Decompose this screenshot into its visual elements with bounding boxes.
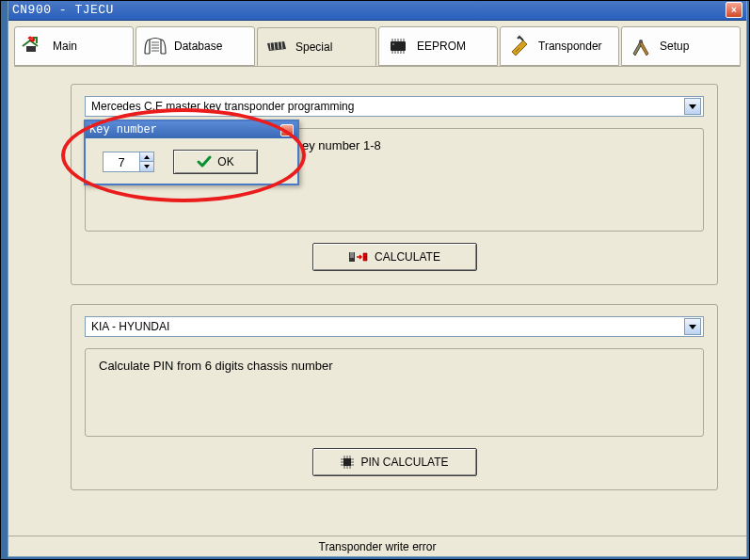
transponder-icon	[506, 35, 533, 57]
group-kia: KIA - HYUNDAI Calculate PIN from 6 digit…	[71, 304, 718, 490]
spinner-up-button[interactable]	[140, 152, 153, 162]
key-number-input[interactable]	[104, 152, 139, 171]
svg-rect-4	[343, 458, 351, 466]
pin-calc-label: PIN CALCULATE	[360, 456, 448, 469]
titlebar[interactable]: CN900 - TJECU ×	[8, 0, 746, 21]
calc-icon	[348, 250, 369, 264]
status-text: Transponder write error	[319, 540, 437, 553]
chevron-up-icon	[144, 155, 150, 159]
combo-text: Mercedes C,E master key transponder prog…	[91, 100, 684, 113]
check-icon	[197, 155, 212, 168]
calculate-button-1[interactable]: CALCULATE	[312, 243, 477, 271]
tab-setup[interactable]: Setup	[621, 26, 741, 66]
tab-main[interactable]: Main	[14, 26, 134, 66]
combo-kia[interactable]: KIA - HYUNDAI	[85, 316, 704, 337]
tab-label: Transponder	[538, 40, 602, 53]
svg-point-1	[392, 43, 394, 45]
svg-point-2	[639, 40, 643, 43]
tabbar: Main Database Special EEPROM Transponder…	[8, 21, 746, 66]
close-icon: ×	[281, 126, 293, 135]
database-icon	[142, 35, 168, 57]
ok-label: OK	[217, 155, 233, 168]
tab-label: EEPROM	[417, 40, 466, 53]
key-number-hint: ey number 1-8	[302, 138, 381, 152]
tab-database[interactable]: Database	[136, 26, 255, 66]
chip-icon	[340, 455, 355, 470]
dialog-titlebar[interactable]: Key number ×	[86, 121, 297, 138]
chevron-down-icon	[689, 104, 696, 109]
content-area: Mercedes C,E master key transponder prog…	[14, 66, 741, 554]
special-icon	[263, 36, 290, 58]
combo-mercedes[interactable]: Mercedes C,E master key transponder prog…	[85, 96, 704, 117]
spinner-down-button[interactable]	[140, 162, 153, 171]
tab-label: Database	[174, 40, 222, 53]
dialog-body: OK	[86, 138, 297, 185]
spinner-buttons	[139, 152, 153, 171]
key-number-dialog: Key number × OK	[84, 120, 299, 185]
setup-icon	[628, 35, 654, 57]
chevron-down-icon	[689, 325, 696, 329]
tab-label: Setup	[660, 40, 689, 53]
eeprom-icon	[385, 35, 411, 57]
tab-label: Main	[53, 40, 77, 53]
titlebar-text: CN900 - TJECU	[12, 3, 726, 17]
chevron-down-icon	[144, 165, 150, 168]
dialog-close-button[interactable]: ×	[280, 124, 294, 136]
tab-transponder[interactable]: Transponder	[500, 26, 619, 66]
app-window: CN900 - TJECU × Main Database Special EE…	[8, 0, 747, 557]
ok-button[interactable]: OK	[173, 150, 258, 174]
tab-label: Special	[295, 40, 332, 54]
status-bar: Transponder write error	[8, 536, 746, 556]
window-close-button[interactable]: ×	[726, 2, 742, 18]
tab-eeprom[interactable]: EEPROM	[378, 26, 498, 66]
combo-text: KIA - HYUNDAI	[91, 320, 684, 333]
pin-info-text: Calculate PIN from 6 digits chassis numb…	[99, 359, 333, 373]
main-icon	[21, 35, 47, 57]
info-box-2: Calculate PIN from 6 digits chassis numb…	[85, 348, 704, 437]
dialog-title: Key number	[89, 123, 279, 136]
tab-special[interactable]: Special	[257, 27, 376, 67]
svg-rect-0	[391, 41, 406, 51]
calc-button-label: CALCULATE	[375, 250, 440, 264]
dropdown-button[interactable]	[684, 318, 701, 335]
dropdown-button[interactable]	[684, 98, 701, 115]
close-icon: ×	[731, 5, 737, 15]
key-number-spinner[interactable]	[103, 152, 154, 172]
pin-calculate-button[interactable]: PIN CALCULATE	[312, 448, 477, 476]
